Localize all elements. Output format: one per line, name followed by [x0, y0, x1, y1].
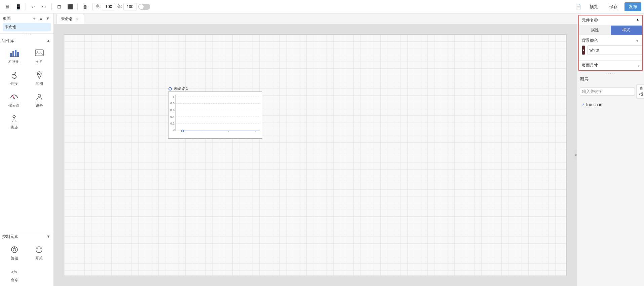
scroll-up-btn[interactable]: ▲: [45, 38, 51, 44]
control-elements-collapse-btn[interactable]: ▼: [45, 234, 51, 240]
component-item-link[interactable]: 链接: [2, 68, 26, 88]
right-panel-collapse-btn[interactable]: ◀: [574, 150, 577, 160]
control-elements-title: 控制元素: [2, 234, 18, 240]
color-swatch-btn[interactable]: ▼: [582, 45, 585, 55]
bg-color-row: ▼: [582, 45, 639, 55]
canvas-tab-unnamed[interactable]: 未命名 ×: [56, 14, 84, 24]
line-chart-widget[interactable]: 未命名1 1 0.8 0.6 0.4 0.2 0: [168, 92, 262, 139]
component-item-map[interactable]: 地图: [28, 68, 52, 88]
tab-attributes[interactable]: 属性: [579, 26, 611, 35]
component-label-track: 轨迹: [10, 125, 18, 130]
component-library: 组件库 ▲ 柱状图: [0, 36, 53, 232]
svg-rect-1: [12, 51, 14, 57]
redo-btn[interactable]: ↪: [39, 2, 49, 11]
control-components-grid: 旋钮 开关 </> 命令: [0, 241, 53, 286]
document-icon-btn[interactable]: 📄: [573, 2, 583, 11]
canvas-area: 未命名 × 未命名1 1 0.8 0.6 0.4 0.2: [54, 13, 577, 286]
top-toolbar: 🖥 📱 ↩ ↪ ⊡ ⬛ 🗑 宽: 高: 📄 预览 保存 发布: [0, 0, 644, 13]
move-page-down-btn[interactable]: ▼: [45, 15, 51, 22]
page-section-title: 页面: [3, 16, 11, 22]
line-chart-svg: 1 0.8 0.6 0.4 0.2 0: [168, 92, 262, 138]
bg-color-label: 背景颜色 ▼: [582, 38, 639, 43]
component-item-device[interactable]: 设备: [28, 90, 52, 110]
chart-legend-label: 未命名1: [174, 86, 188, 92]
svg-point-9: [13, 98, 15, 99]
component-item-track[interactable]: 轨迹: [2, 111, 26, 132]
bg-color-chevron: ▼: [635, 38, 639, 43]
layer-item-icon: ↗: [581, 102, 584, 107]
properties-panel-collapse-btn[interactable]: ▲: [636, 17, 639, 21]
page-size-row: 页面尺寸 ›: [579, 60, 642, 70]
width-input[interactable]: [102, 3, 115, 10]
left-sidebar: 页面 ＋ ▲ ▼ 未命名 · · · · · 组件库 ▲: [0, 13, 54, 286]
layer-item-label: line-chart: [586, 102, 602, 107]
component-item-knob[interactable]: 旋钮: [3, 242, 26, 263]
svg-text:1: 1: [173, 95, 175, 99]
properties-panel-header: 元件名称 ▲: [579, 15, 642, 26]
height-input[interactable]: [123, 3, 137, 10]
main-layout: 页面 ＋ ▲ ▼ 未命名 · · · · · 组件库 ▲: [0, 13, 644, 286]
svg-rect-2: [15, 50, 16, 57]
component-label-device: 设备: [36, 103, 43, 108]
layer-item-line-chart[interactable]: ↗ line-chart: [580, 101, 641, 108]
component-label-knob: 旋钮: [11, 256, 18, 261]
delete-btn[interactable]: 🗑: [80, 2, 90, 11]
layer-search-btn[interactable]: 查找: [636, 84, 644, 99]
screen-view-btn[interactable]: 🖥: [3, 2, 12, 11]
component-item-image[interactable]: 图片: [28, 46, 52, 66]
page-section: 页面 ＋ ▲ ▼ 未命名: [0, 13, 53, 34]
image-btn[interactable]: ⬛: [65, 2, 75, 11]
preview-btn[interactable]: 预览: [585, 2, 602, 11]
component-item-switch[interactable]: 开关: [28, 242, 51, 263]
device-icon: [34, 92, 45, 102]
svg-text:</>: </>: [11, 270, 17, 275]
canvas-tab-close-btn[interactable]: ×: [75, 17, 80, 22]
canvas-tabs: 未命名 ×: [54, 13, 577, 24]
publish-btn[interactable]: 发布: [624, 2, 641, 11]
component-label-image: 图片: [36, 59, 43, 64]
svg-point-7: [39, 73, 40, 75]
map-icon: [34, 70, 45, 80]
svg-point-10: [38, 94, 41, 97]
properties-tabs: 属性 样式: [579, 26, 642, 35]
tab-style[interactable]: 样式: [611, 26, 642, 35]
toolbar-sep-4: [92, 3, 93, 10]
component-label-switch: 开关: [35, 256, 43, 261]
component-grid: 柱状图 图片: [2, 46, 51, 132]
layer-panel-title: 图层: [580, 76, 641, 82]
undo-btn[interactable]: ↩: [29, 2, 38, 11]
toolbar-sep-2: [51, 3, 52, 10]
svg-rect-0: [10, 53, 12, 57]
control-elements-section: 控制元素 ▼: [0, 232, 53, 241]
page-item-unnamed[interactable]: 未命名: [3, 23, 51, 31]
color-text-input[interactable]: [587, 45, 642, 55]
toggle-switch[interactable]: [138, 4, 150, 10]
right-panel: ◀ 元件名称 ▲ 属性 样式 背景颜色 ▼ ▼: [577, 13, 644, 286]
track-icon: [9, 113, 20, 124]
top-right-actions: 📄 预览 保存 发布: [573, 2, 641, 11]
svg-text:0.2: 0.2: [170, 122, 174, 125]
svg-text:0.4: 0.4: [170, 115, 174, 118]
toolbar-sep-1: [26, 3, 26, 10]
move-page-up-btn[interactable]: ▲: [38, 15, 44, 22]
component-item-command[interactable]: </> 命令: [3, 264, 26, 285]
canvas-content[interactable]: 未命名1 1 0.8 0.6 0.4 0.2 0: [54, 24, 577, 286]
chart-legend-dot: [168, 87, 172, 91]
canvas-background: [64, 34, 567, 276]
properties-panel-title: 元件名称: [582, 18, 598, 23]
frame-btn[interactable]: ⊡: [54, 2, 64, 11]
layer-search-input[interactable]: [580, 87, 635, 96]
component-item-bar-chart[interactable]: 柱状图: [2, 46, 26, 66]
page-section-actions: ＋ ▲ ▼: [31, 15, 51, 22]
save-btn[interactable]: 保存: [605, 2, 622, 11]
switch-icon: [34, 244, 44, 255]
component-library-header: 组件库 ▲: [2, 38, 51, 44]
color-swatch-arrow: ▼: [582, 49, 585, 52]
properties-panel: 元件名称 ▲ 属性 样式 背景颜色 ▼ ▼ 页面尺: [578, 15, 643, 71]
svg-point-12: [13, 248, 16, 251]
add-page-btn[interactable]: ＋: [31, 15, 37, 22]
phone-view-btn[interactable]: 📱: [13, 2, 23, 11]
component-item-gauge[interactable]: 仪表盘: [2, 90, 26, 110]
component-label-link: 链接: [10, 81, 18, 86]
svg-text:0: 0: [173, 128, 175, 132]
